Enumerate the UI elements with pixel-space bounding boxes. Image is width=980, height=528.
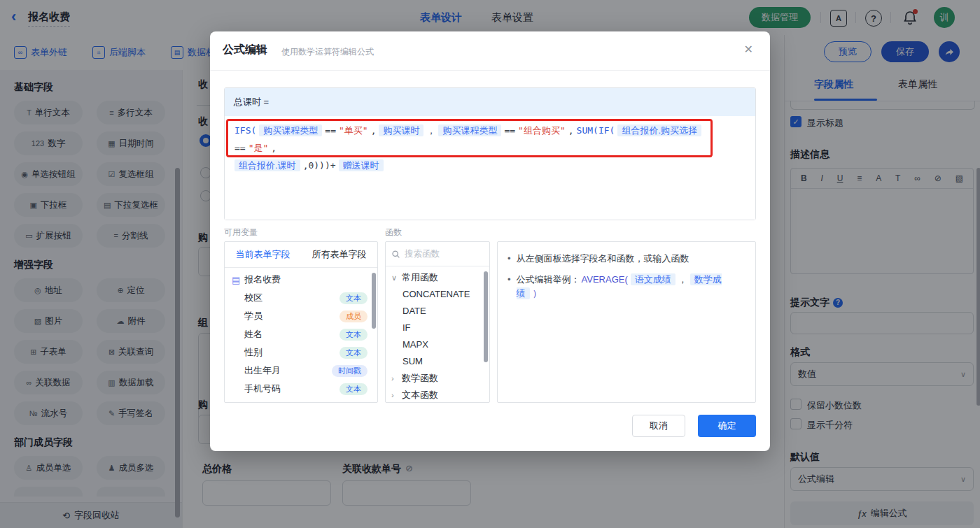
formula-token: IFS( [234, 125, 256, 136]
modal-subtitle: 使用数学运算符编辑公式 [281, 46, 374, 58]
variable-type-badge: 文本 [340, 383, 368, 395]
variable-row[interactable]: 出生年月时间戳 [225, 362, 377, 380]
modal-title: 公式编辑 [223, 43, 267, 57]
formula-field-chip[interactable]: 购买课程类型 [259, 124, 322, 136]
formula-token: ， [678, 274, 687, 285]
functions-label: 函数 [385, 227, 402, 238]
variable-name: 性别 [244, 346, 262, 359]
modal-header-divider [210, 70, 770, 71]
tips-panel: • 从左侧面板选择字段名和函数，或输入函数 • 公式编辑举例：AVERAGE(语… [497, 241, 756, 403]
close-icon[interactable]: ✕ [744, 43, 753, 56]
variable-type-badge: 时间戳 [332, 365, 368, 377]
chevron-icon: › [391, 374, 398, 383]
variable-type-badge: 文本 [340, 329, 368, 341]
confirm-button[interactable]: 确定 [698, 415, 756, 437]
variable-list: ▤ 报名收费 校区文本学员成员姓名文本性别文本出生年月时间戳手机号码文本 [225, 268, 377, 405]
function-group-label: 数学函数 [402, 372, 438, 385]
formula-token: == [325, 125, 336, 136]
tab-current-form-fields[interactable]: 当前表单字段 [225, 242, 301, 267]
formula-token: , [371, 125, 377, 136]
formula-field-chip[interactable]: 组合报价.课时 [234, 159, 300, 171]
tab-all-form-fields[interactable]: 所有表单字段 [301, 242, 377, 267]
variable-name: 姓名 [244, 328, 262, 341]
function-item[interactable]: MAPX [386, 336, 489, 353]
formula-field-chip[interactable]: 购买课程类型 [438, 124, 501, 136]
function-group[interactable]: ∨常用函数 [386, 269, 489, 286]
chevron-icon: › [391, 391, 398, 399]
function-scrollbar[interactable] [484, 271, 488, 362]
formula-field-chip[interactable]: 语文成绩 [631, 273, 676, 285]
variable-name: 手机号码 [244, 383, 281, 395]
app-root: ‹ 报名收费 表单设计 表单设置 数据管理 A ? 训 ∞表单外链⌗后端脚本▤数… [0, 0, 980, 528]
variable-type-badge: 成员 [340, 311, 368, 322]
variable-row[interactable]: 性别文本 [225, 343, 377, 362]
formula-token: AVERAGE( [582, 274, 628, 285]
formula-field-chip[interactable]: 购买课时 [379, 124, 424, 136]
formula-token: "是" [248, 143, 269, 153]
formula-field-chip[interactable]: 组合报价.购买选择 [617, 124, 701, 136]
formula-token: "单买" [339, 125, 368, 136]
document-icon: ▤ [232, 275, 240, 285]
formula-field-chip[interactable]: 赠送课时 [339, 159, 384, 171]
search-icon [391, 250, 400, 259]
functions-panel: 搜索函数 ∨常用函数CONCATENATEDATEIFMAPXSUM›数学函数›… [385, 241, 490, 403]
function-group[interactable]: ›数学函数 [386, 370, 489, 387]
variable-row[interactable]: 校区文本 [225, 289, 377, 307]
variable-tabs: 当前表单字段 所有表单字段 [225, 242, 377, 268]
tip-line-1: • 从左侧面板选择字段名和函数，或输入函数 [507, 252, 746, 266]
formula-edit-modal: 公式编辑 使用数学运算符编辑公式 ✕ 总课时 = IFS(购买课程类型=="单买… [210, 31, 770, 451]
form-name: 报名收费 [244, 273, 281, 286]
function-group[interactable]: ›文本函数 [386, 387, 489, 404]
formula-token: == [504, 125, 515, 136]
cancel-button[interactable]: 取消 [632, 415, 685, 437]
function-item[interactable]: IF [386, 320, 489, 336]
variable-name: 出生年月 [244, 364, 281, 377]
variables-label: 可用变量 [224, 227, 258, 238]
variable-row[interactable]: 学员成员 [225, 307, 377, 325]
form-tree-node[interactable]: ▤ 报名收费 [225, 271, 377, 289]
variable-row[interactable]: 姓名文本 [225, 325, 377, 343]
formula-token: ,0)))+ [303, 160, 336, 171]
variable-row[interactable]: 手机号码文本 [225, 380, 377, 398]
variable-scrollbar[interactable] [372, 273, 376, 329]
formula-line[interactable]: IFS(购买课程类型=="单买",购买课时，购买课程类型=="组合购买",SUM… [233, 122, 706, 174]
variables-panel: 当前表单字段 所有表单字段 ▤ 报名收费 校区文本学员成员姓名文本性别文本出生年… [224, 241, 378, 403]
function-group-label: 常用函数 [402, 271, 438, 284]
formula-token: == [234, 143, 246, 153]
variable-type-badge: 文本 [340, 347, 368, 359]
function-item[interactable]: CONCATENATE [386, 286, 489, 303]
function-search[interactable]: 搜索函数 [386, 242, 489, 266]
formula-token: ） [533, 288, 542, 299]
formula-token: ， [426, 125, 435, 136]
formula-editor: 总课时 = IFS(购买课程类型=="单买",购买课时，购买课程类型=="组合购… [224, 87, 756, 220]
search-placeholder: 搜索函数 [405, 248, 440, 260]
function-group-label: 文本函数 [402, 389, 438, 401]
variable-name: 校区 [244, 292, 262, 304]
formula-token: "组合购买" [518, 125, 566, 136]
variable-name: 学员 [244, 310, 262, 322]
variable-rows: 校区文本学员成员姓名文本性别文本出生年月时间戳手机号码文本 [225, 289, 377, 398]
formula-token: SUM(IF( [577, 125, 615, 136]
chevron-icon: ∨ [391, 273, 398, 283]
formula-token: , [568, 125, 574, 136]
tip-line-2: • 公式编辑举例：AVERAGE(语文成绩，数学成绩） [507, 273, 746, 301]
function-item[interactable]: SUM [386, 353, 489, 370]
formula-target: 总课时 = [225, 88, 755, 116]
formula-token: , [271, 143, 276, 153]
function-item[interactable]: DATE [386, 303, 489, 320]
formula-body[interactable]: IFS(购买课程类型=="单买",购买课时，购买课程类型=="组合购买",SUM… [225, 116, 755, 220]
variable-type-badge: 文本 [340, 292, 368, 304]
function-list: ∨常用函数CONCATENATEDATEIFMAPXSUM›数学函数›文本函数 [386, 266, 489, 406]
